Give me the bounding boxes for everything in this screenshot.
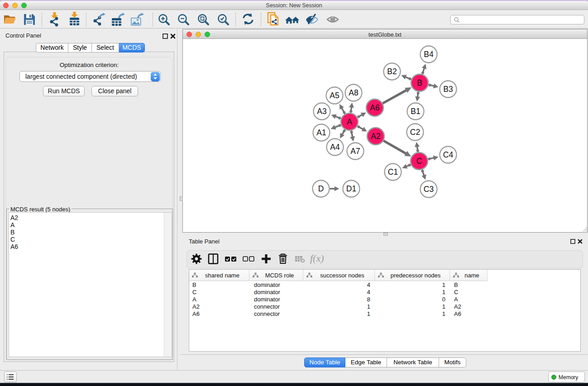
svg-text:A3: A3	[317, 107, 326, 116]
svg-text:C2: C2	[410, 128, 420, 137]
svg-text:C: C	[416, 157, 422, 166]
svg-text:A6: A6	[370, 103, 379, 112]
svg-text:D1: D1	[346, 184, 356, 193]
svg-text:A8: A8	[349, 88, 358, 97]
svg-text:B: B	[417, 78, 422, 87]
svg-text:C3: C3	[424, 185, 434, 194]
svg-text:B3: B3	[443, 85, 453, 94]
svg-text:B1: B1	[411, 107, 420, 116]
svg-text:A: A	[347, 117, 352, 126]
svg-text:B4: B4	[424, 50, 434, 59]
svg-text:C1: C1	[388, 167, 398, 176]
svg-text:A2: A2	[371, 132, 380, 141]
svg-text:B2: B2	[387, 67, 397, 76]
svg-text:A1: A1	[316, 128, 326, 137]
svg-text:A7: A7	[350, 147, 360, 156]
svg-text:C4: C4	[443, 150, 454, 159]
svg-text:A4: A4	[330, 143, 340, 152]
svg-text:D: D	[318, 184, 324, 193]
svg-text:A5: A5	[330, 91, 339, 100]
